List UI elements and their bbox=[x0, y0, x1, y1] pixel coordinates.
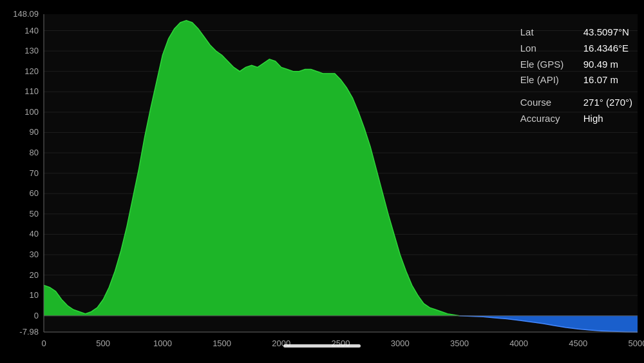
lat-label: Lat bbox=[520, 25, 572, 41]
course-value: 271° (270°) bbox=[583, 95, 632, 111]
info-panel: Lat 43.5097°N Lon 16.4346°E Ele (GPS) 90… bbox=[520, 25, 632, 127]
accuracy-label: Accuracy bbox=[520, 111, 572, 127]
lon-label: Lon bbox=[520, 41, 572, 57]
scroll-indicator bbox=[283, 344, 361, 348]
ele-api-value: 16.07 m bbox=[583, 72, 618, 88]
accuracy-value: High bbox=[583, 111, 603, 127]
course-label: Course bbox=[520, 95, 572, 111]
ele-gps-label: Ele (GPS) bbox=[520, 57, 572, 73]
lon-value: 16.4346°E bbox=[583, 41, 629, 57]
ele-gps-value: 90.49 m bbox=[583, 57, 618, 73]
ele-api-label: Ele (API) bbox=[520, 72, 572, 88]
lat-value: 43.5097°N bbox=[583, 25, 629, 41]
